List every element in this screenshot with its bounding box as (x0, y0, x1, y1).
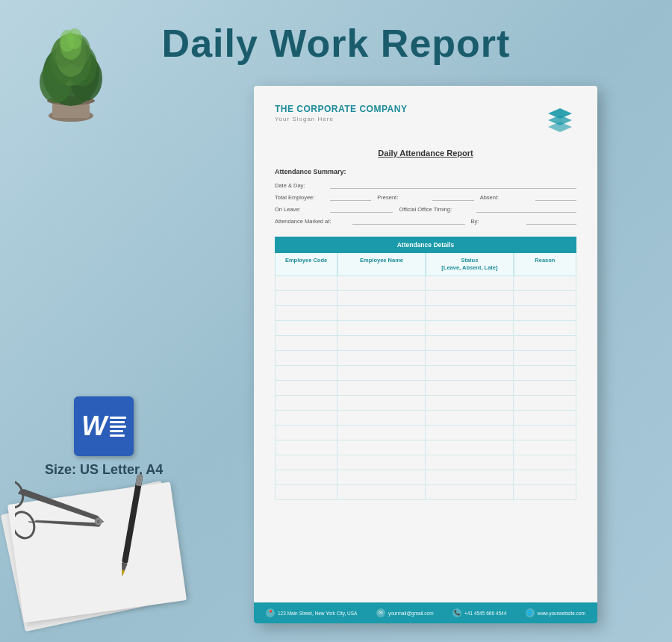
logo-icon (544, 104, 576, 137)
table-cell (275, 426, 337, 440)
table-cell (514, 351, 576, 366)
table-cell (275, 485, 337, 500)
official-timing-line (476, 205, 576, 213)
table-cell (426, 411, 514, 426)
table-cell (337, 485, 426, 500)
absent-label: Absent: (480, 194, 532, 201)
table-cell (426, 276, 514, 291)
table-cell (514, 306, 576, 321)
word-icon: W (74, 396, 134, 456)
table-cell (514, 336, 576, 351)
svg-marker-25 (548, 122, 572, 132)
table-cell (337, 336, 426, 351)
date-day-row: Date & Day: (275, 181, 576, 189)
table-cell (514, 366, 576, 381)
web-icon: 🌐 (526, 608, 535, 617)
table-row (275, 426, 576, 440)
table-cell (275, 396, 337, 411)
table-header: Attendance Details (275, 237, 576, 253)
table-cell (426, 351, 514, 366)
by-label: By: (471, 218, 523, 225)
table-cell (337, 366, 426, 381)
table-cell (337, 470, 426, 485)
table-cell (275, 351, 337, 366)
company-name: THE CORPORATE COMPANY (275, 104, 407, 114)
table-cell (337, 351, 426, 366)
table-cell (337, 440, 426, 455)
table-cell (275, 291, 337, 306)
column-headers: Employee Code Employee Name Status[Leave… (275, 253, 576, 276)
col-header-status: Status[Leave, Absent, Late] (426, 253, 514, 276)
table-cell (275, 336, 337, 351)
table-cell (426, 470, 514, 485)
table-row (275, 440, 576, 455)
table-cell (275, 470, 337, 485)
word-w-letter: W (81, 411, 107, 442)
table-cell (337, 381, 426, 396)
table-cell (337, 426, 426, 440)
doc-header: THE CORPORATE COMPANY Your Slogan Here (275, 104, 576, 137)
table-row (275, 470, 576, 485)
scissors-area (15, 467, 202, 620)
table-row (275, 306, 576, 321)
table-cell (275, 440, 337, 455)
attendance-summary-label: Attendance Summary: (275, 168, 576, 175)
table-row (275, 366, 576, 381)
table-cell (275, 276, 337, 291)
table-row (275, 396, 576, 411)
svg-marker-21 (119, 562, 128, 576)
col-header-reason: Reason (514, 253, 576, 276)
table-cell (426, 396, 514, 411)
absent-line (535, 193, 576, 201)
company-slogan: Your Slogan Here (275, 116, 407, 122)
table-cell (426, 426, 514, 440)
svg-point-16 (15, 509, 38, 541)
svg-rect-20 (135, 474, 143, 486)
footer-website: 🌐 www.yourwebsite.com (526, 608, 585, 617)
table-cell (337, 276, 426, 291)
table-cell (275, 306, 337, 321)
email-icon: ✉ (376, 608, 385, 617)
table-cell (426, 336, 514, 351)
table-cell (514, 426, 576, 440)
word-icon-lines (110, 417, 126, 437)
attendance-table: Attendance Details Employee Code Employe… (275, 237, 576, 602)
table-cell (514, 291, 576, 306)
table-cell (514, 411, 576, 426)
employee-row: Total Employee: Present: Absent: (275, 193, 576, 201)
table-row (275, 455, 576, 470)
footer-address: 📍 123 Main Street, New York City, USA (266, 608, 357, 617)
on-leave-label: On Leave: (275, 206, 327, 213)
marked-at-label: Attendance Marked at: (275, 218, 349, 225)
col-header-employee-code: Employee Code (275, 253, 337, 276)
svg-point-14 (67, 28, 82, 49)
table-cell (514, 321, 576, 336)
location-icon: 📍 (266, 608, 275, 617)
table-row (275, 351, 576, 366)
total-employee-line (330, 193, 371, 201)
word-icon-area: W Size: US Letter, A4 (45, 396, 163, 478)
svg-marker-22 (121, 570, 125, 577)
plant-decoration (15, 15, 127, 130)
table-cell (514, 440, 576, 455)
table-cell (514, 455, 576, 470)
phone-icon: 📞 (452, 608, 461, 617)
table-cell (426, 291, 514, 306)
by-line (526, 217, 576, 225)
official-timing-label: Official Office Timing: (399, 206, 473, 213)
on-leave-line (330, 205, 393, 213)
table-cell (514, 396, 576, 411)
table-cell (275, 411, 337, 426)
present-label: Present: (377, 194, 429, 201)
doc-footer: 📍 123 Main Street, New York City, USA ✉ … (254, 602, 597, 623)
table-cell (426, 381, 514, 396)
table-cell (426, 440, 514, 455)
table-cell (426, 321, 514, 336)
table-cell (337, 455, 426, 470)
report-title: Daily Attendance Report (275, 149, 576, 158)
table-cell (514, 276, 576, 291)
date-day-label: Date & Day: (275, 182, 327, 189)
table-cell (337, 411, 426, 426)
marked-at-line (352, 217, 465, 225)
table-cell (337, 306, 426, 321)
